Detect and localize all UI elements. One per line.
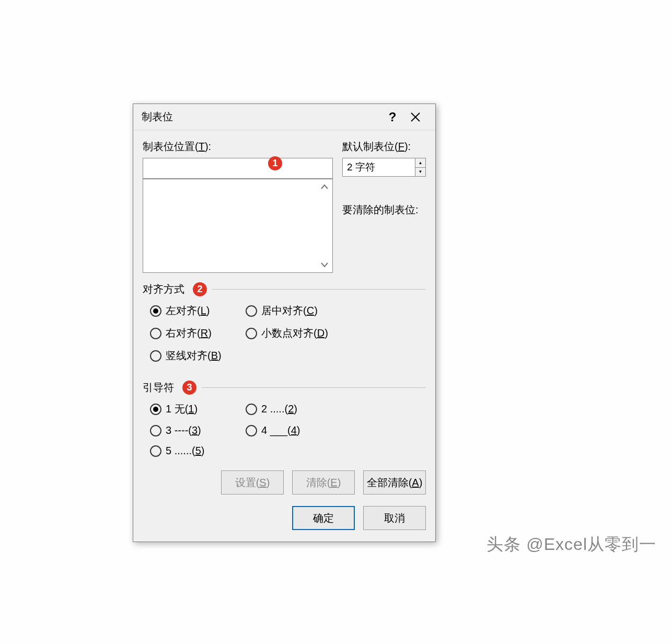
cancel-button[interactable]: 取消 — [363, 506, 426, 530]
close-button[interactable] — [404, 107, 427, 128]
alignment-option-0[interactable]: 左对齐(L) — [150, 304, 246, 318]
default-tab-spinner[interactable]: 2 字符 ▲ ▼ — [342, 158, 426, 177]
radio-icon — [150, 305, 161, 317]
dialog-content: 制表位位置(T): 1 默认制表位(F): 2 字符 ▲ — [133, 130, 435, 542]
leader-section-title: 引导符 — [143, 381, 174, 395]
radio-label: 2 .....(2) — [261, 403, 297, 415]
leader-option-1[interactable]: 2 .....(2) — [246, 402, 341, 416]
section-divider — [202, 387, 426, 388]
scroll-down-icon[interactable] — [320, 260, 329, 269]
section-divider — [212, 289, 426, 290]
close-icon — [411, 112, 420, 122]
tabs-to-clear-label: 要清除的制表位: — [342, 203, 426, 217]
radio-icon — [246, 328, 257, 339]
set-button[interactable]: 设置(S) — [221, 470, 284, 494]
radio-label: 5 ......(5) — [166, 445, 204, 457]
radio-label: 4 ___(4) — [261, 424, 300, 436]
clear-button[interactable]: 清除(E) — [292, 470, 355, 494]
alignment-option-4[interactable]: 竖线对齐(B) — [150, 349, 246, 363]
radio-label: 右对齐(R) — [166, 326, 212, 340]
radio-icon — [246, 425, 257, 436]
radio-label: 3 ----(3) — [166, 424, 201, 436]
alignment-section-title: 对齐方式 — [143, 282, 184, 296]
tab-stops-dialog: 制表位 ? 制表位位置(T): 1 默认 — [133, 104, 436, 542]
spinner-down-button[interactable]: ▼ — [415, 168, 425, 177]
radio-icon — [150, 328, 161, 339]
annotation-marker-1: 1 — [268, 156, 282, 170]
radio-label: 居中对齐(C) — [261, 304, 318, 318]
annotation-marker-2: 2 — [193, 282, 207, 296]
watermark-text: 头条 @Excel从零到一 — [486, 533, 656, 556]
alignment-option-2[interactable]: 右对齐(R) — [150, 326, 246, 340]
titlebar[interactable]: 制表位 ? — [133, 104, 435, 130]
alignment-option-3[interactable]: 小数点对齐(D) — [246, 326, 341, 340]
radio-icon — [246, 404, 257, 415]
radio-label: 左对齐(L) — [166, 304, 210, 318]
radio-label: 1 无(1) — [166, 402, 198, 416]
ok-button[interactable]: 确定 — [292, 506, 355, 530]
help-button[interactable]: ? — [381, 107, 404, 128]
spinner-up-button[interactable]: ▲ — [415, 158, 425, 168]
annotation-marker-3: 3 — [182, 381, 196, 395]
radio-icon — [150, 445, 161, 457]
tab-position-listbox[interactable] — [143, 179, 333, 273]
radio-icon — [150, 350, 161, 362]
scroll-up-icon[interactable] — [320, 182, 329, 192]
leader-option-0[interactable]: 1 无(1) — [150, 402, 246, 416]
tab-position-label: 制表位位置(T): — [143, 140, 333, 154]
radio-icon — [246, 305, 257, 317]
leader-radios: 1 无(1)2 .....(2)3 ----(3)4 ___(4)5 .....… — [143, 402, 426, 465]
default-tab-label: 默认制表位(F): — [342, 140, 426, 154]
leader-option-2[interactable]: 3 ----(3) — [150, 424, 246, 436]
radio-label: 小数点对齐(D) — [261, 326, 328, 340]
leader-option-3[interactable]: 4 ___(4) — [246, 424, 341, 436]
dialog-title: 制表位 — [142, 110, 381, 124]
leader-option-4[interactable]: 5 ......(5) — [150, 445, 246, 457]
default-tab-value[interactable]: 2 字符 — [343, 158, 415, 176]
radio-icon — [150, 404, 161, 415]
clear-all-button[interactable]: 全部清除(A) — [363, 470, 426, 494]
alignment-option-1[interactable]: 居中对齐(C) — [246, 304, 341, 318]
alignment-radios: 左对齐(L)居中对齐(C)右对齐(R)小数点对齐(D)竖线对齐(B) — [143, 304, 426, 371]
radio-label: 竖线对齐(B) — [166, 349, 222, 363]
tab-position-input[interactable] — [143, 158, 333, 179]
radio-icon — [150, 425, 161, 436]
